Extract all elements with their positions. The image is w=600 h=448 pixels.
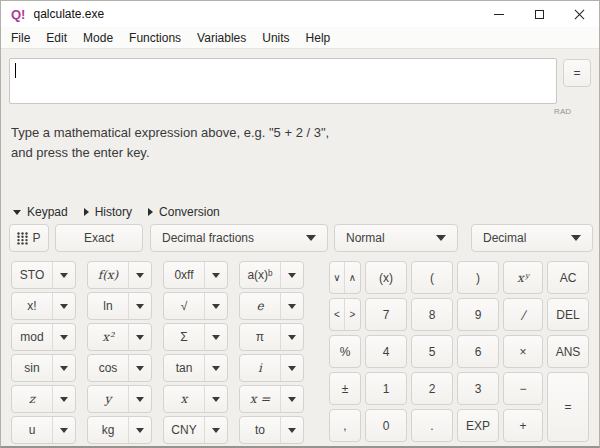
dropdown-arrow-icon[interactable]	[53, 417, 75, 443]
keypad-button-4[interactable]: 4	[365, 335, 407, 368]
dropdown-arrow-icon[interactable]	[129, 262, 151, 288]
scroll-down-icon[interactable]: ∨	[330, 262, 345, 293]
dropdown-arrow-icon[interactable]	[53, 355, 75, 381]
number-base-dropdown[interactable]: Decimal	[471, 224, 593, 252]
key-label[interactable]: STO	[12, 262, 53, 288]
number-format-dropdown[interactable]: Normal	[334, 224, 458, 252]
dropdown-arrow-icon[interactable]	[281, 324, 303, 350]
scroll-up-icon[interactable]: ∧	[345, 262, 360, 293]
keypad-button-ans[interactable]: ANS	[547, 335, 589, 368]
keypad-button-to: to	[239, 416, 304, 444]
key-label[interactable]: x!	[12, 293, 53, 319]
dropdown-arrow-icon[interactable]	[129, 355, 151, 381]
menu-help[interactable]: Help	[298, 29, 339, 47]
dropdown-arrow-icon[interactable]	[205, 293, 227, 319]
key-label[interactable]: cos	[88, 355, 129, 381]
key-label[interactable]: i	[240, 355, 281, 381]
keypad-button-comma[interactable]: ,	[329, 409, 361, 442]
key-label[interactable]: a(x)ᵇ	[240, 262, 281, 288]
keypad-button-2[interactable]: 2	[411, 372, 453, 405]
dropdown-arrow-icon[interactable]	[129, 417, 151, 443]
close-button[interactable]	[559, 1, 599, 27]
menu-file[interactable]: File	[3, 29, 38, 47]
keypad-button-x-power-y[interactable]: xʸ	[503, 261, 543, 294]
expander-history[interactable]: History	[84, 205, 132, 219]
menu-units[interactable]: Units	[254, 29, 297, 47]
keypad-button-exp[interactable]: EXP	[457, 409, 499, 442]
key-label[interactable]: mod	[12, 324, 53, 350]
dropdown-arrow-icon[interactable]	[129, 324, 151, 350]
key-label[interactable]: to	[240, 417, 281, 443]
cursor-left-icon[interactable]: <	[330, 299, 345, 330]
keypad-button-parens-x[interactable]: (x)	[365, 261, 407, 294]
exact-toggle-button[interactable]: Exact	[55, 224, 143, 252]
key-label[interactable]: 0xff	[164, 262, 205, 288]
key-label[interactable]: x =	[240, 386, 281, 412]
key-label[interactable]: √	[164, 293, 205, 319]
dropdown-arrow-icon[interactable]	[281, 417, 303, 443]
dropdown-arrow-icon[interactable]	[129, 386, 151, 412]
dropdown-arrow-icon[interactable]	[281, 262, 303, 288]
key-label[interactable]: sin	[12, 355, 53, 381]
key-label[interactable]: CNY	[164, 417, 205, 443]
key-label[interactable]: kg	[88, 417, 129, 443]
key-label[interactable]: π	[240, 324, 281, 350]
keypad-button-plus[interactable]: +	[503, 409, 543, 442]
key-label[interactable]: u	[12, 417, 53, 443]
key-label[interactable]: e	[240, 293, 281, 319]
keypad-button-8[interactable]: 8	[411, 298, 453, 331]
menu-variables[interactable]: Variables	[189, 29, 254, 47]
keypad-button-3[interactable]: 3	[457, 372, 499, 405]
keypad-button-5[interactable]: 5	[411, 335, 453, 368]
menu-edit[interactable]: Edit	[38, 29, 75, 47]
dropdown-arrow-icon[interactable]	[129, 293, 151, 319]
calculate-button[interactable]: =	[563, 59, 591, 87]
dropdown-arrow-icon[interactable]	[281, 386, 303, 412]
key-label[interactable]: y	[88, 386, 129, 412]
keypad-button-dot[interactable]: .	[411, 409, 453, 442]
dropdown-arrow-icon[interactable]	[53, 262, 75, 288]
keypad-button-minus[interactable]: −	[503, 372, 543, 405]
keypad-button-paren-open[interactable]: (	[411, 261, 453, 294]
dropdown-arrow-icon[interactable]	[281, 355, 303, 381]
key-label[interactable]: Σ	[164, 324, 205, 350]
key-label[interactable]: x	[164, 386, 205, 412]
dropdown-arrow-icon[interactable]	[205, 417, 227, 443]
dropdown-arrow-icon[interactable]	[53, 293, 75, 319]
keypad-button-equals[interactable]: =	[547, 372, 589, 442]
keypad-button-del[interactable]: DEL	[547, 298, 589, 331]
minimize-button[interactable]	[479, 1, 519, 27]
keypad-button-1[interactable]: 1	[365, 372, 407, 405]
dropdown-arrow-icon[interactable]	[205, 262, 227, 288]
menu-mode[interactable]: Mode	[75, 29, 121, 47]
menu-functions[interactable]: Functions	[121, 29, 189, 47]
keypad-button-6[interactable]: 6	[457, 335, 499, 368]
keypad-button-ac[interactable]: AC	[547, 261, 589, 294]
dropdown-arrow-icon[interactable]	[205, 386, 227, 412]
keypad-button-multiply[interactable]: ×	[503, 335, 543, 368]
maximize-button[interactable]	[519, 1, 559, 27]
expression-input[interactable]	[9, 58, 557, 104]
dropdown-arrow-icon[interactable]	[53, 386, 75, 412]
cursor-right-icon[interactable]: >	[345, 299, 360, 330]
key-label[interactable]: tan	[164, 355, 205, 381]
keypad-button-plusminus[interactable]: ±	[329, 372, 361, 405]
keypad-button-percent[interactable]: %	[329, 335, 361, 368]
key-label[interactable]: ln	[88, 293, 129, 319]
dropdown-arrow-icon[interactable]	[53, 324, 75, 350]
programming-keypad-button[interactable]: P	[9, 224, 49, 252]
key-label[interactable]: z	[12, 386, 53, 412]
keypad-button-0[interactable]: 0	[365, 409, 407, 442]
keypad-button-divide[interactable]: /	[503, 298, 543, 331]
key-label[interactable]: f(x)	[88, 262, 129, 288]
expander-keypad[interactable]: Keypad	[13, 205, 68, 219]
keypad-button-9[interactable]: 9	[457, 298, 499, 331]
fraction-mode-dropdown[interactable]: Decimal fractions	[150, 224, 328, 252]
dropdown-arrow-icon[interactable]	[205, 355, 227, 381]
dropdown-arrow-icon[interactable]	[281, 293, 303, 319]
expander-conversion[interactable]: Conversion	[148, 205, 220, 219]
key-label[interactable]: x²	[88, 324, 129, 350]
keypad-button-7[interactable]: 7	[365, 298, 407, 331]
keypad-button-paren-close[interactable]: )	[457, 261, 499, 294]
dropdown-arrow-icon[interactable]	[205, 324, 227, 350]
